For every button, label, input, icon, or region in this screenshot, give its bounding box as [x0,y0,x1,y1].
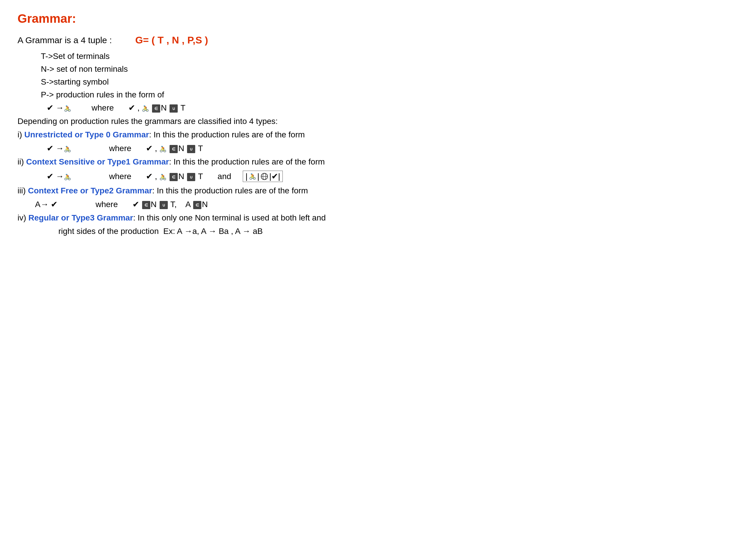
grammar-formula: G= ( T , N , P,S ) [135,34,208,46]
type-2-desc: : In this the production rules are of th… [152,186,308,195]
type-1-lhs: ✔ →🚴 [47,171,71,181]
page-title: Grammar: [18,12,356,26]
type-0-lhs: ✔ →🚴 [47,143,71,153]
type-2-lhs: A→ ✔ [35,199,57,209]
type-0-heading: i) Unrestricted or Type 0 Grammar: In th… [18,130,356,139]
type-1-rhs: ✔ , 🚴 ∈N ∪ T [146,171,203,181]
prod-lhs: ✔ →🚴 [47,103,71,113]
type-3-extra: right sides of the production Ex: A →a, … [58,226,356,236]
type-2-rule: A→ ✔ where ✔ ∈N ∪ T, A ∈N [35,199,356,209]
type-1-label: Context Sensitive or Type1 Grammar [26,157,169,166]
intro-text: A Grammar is a 4 tuple : [18,35,112,45]
component-n: N-> set of non terminals [41,64,356,74]
type-1-rule: ✔ →🚴 where ✔ , 🚴 ∈N ∪ T and |🚴| |✔| [47,170,356,182]
type-1-and: and [218,172,231,181]
type-2-number: iii) [18,186,28,195]
type-2-heading: iii) Context Free or Type2 Grammar: In t… [18,186,356,195]
component-t: T->Set of terminals [41,52,356,61]
type-3-label: Regular or Type3 Grammar [28,213,133,222]
type-1-where: where [109,172,131,181]
type-1-number: ii) [18,157,26,166]
type-0-label: Unrestricted or Type 0 Grammar [24,130,149,139]
prod-where: where [92,103,114,113]
type-2-rhs: ✔ ∈N ∪ T, A ∈N [132,199,208,209]
classified-text: Depending on production rules the gramma… [18,117,356,126]
type-2-label: Context Free or Type2 Grammar [28,186,152,195]
type-0-rule: ✔ →🚴 where ✔ , 🚴 ∈N ∪ T [47,143,356,153]
type-0-desc: : In this the production rules are of th… [149,130,305,139]
generic-production-rule: ✔ →🚴 where ✔ , 🚴 ∈N ∪ T [47,103,356,113]
type-1-desc: : In this the production rules are of th… [169,157,325,166]
type-3-desc: : In this only one Non terminal is used … [133,213,326,222]
type-1-heading: ii) Context Sensitive or Type1 Grammar: … [18,157,356,166]
component-p: P-> production rules in the form of [41,90,356,100]
type-0-number: i) [18,130,24,139]
type-0-where: where [109,144,131,153]
type-3-number: iv) [18,213,28,222]
type-0-rhs: ✔ , 🚴 ∈N ∪ T [146,143,203,153]
type-3-heading: iv) Regular or Type3 Grammar: In this on… [18,213,356,222]
prod-rhs: ✔ , 🚴 ∈N ∪ T [128,103,186,113]
intro-section: A Grammar is a 4 tuple : G= ( T , N , P,… [18,34,356,46]
component-s: S->starting symbol [41,77,356,87]
type-2-where: where [96,200,118,209]
type-1-condition: |🚴| |✔| [243,170,283,182]
